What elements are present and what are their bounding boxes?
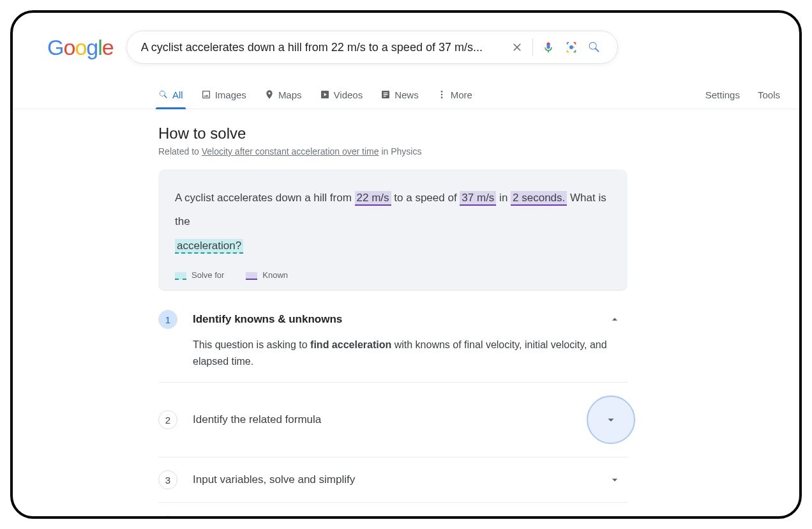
legend-known: Known [246, 270, 288, 280]
related-line: Related to Velocity after constant accel… [158, 146, 628, 157]
tab-label: More [451, 89, 472, 100]
legend: Solve for Known [175, 270, 611, 280]
known-value-initial-velocity[interactable]: 22 m/s [355, 191, 391, 206]
steps-list: 1 Identify knowns & unknowns This questi… [158, 297, 628, 516]
tab-label: Videos [334, 89, 363, 100]
image-icon [201, 89, 211, 100]
tab-label: Images [215, 89, 246, 100]
svg-point-2 [440, 91, 442, 93]
step-title: Input variables, solve and simplify [193, 473, 592, 486]
tabs-bar: All Images Maps Videos News More [13, 80, 799, 109]
legend-solvefor: Solve for [175, 270, 224, 280]
tab-label: News [395, 89, 419, 100]
play-box-icon [320, 89, 330, 100]
related-suffix: in Physics [379, 146, 422, 157]
search-divider [532, 38, 533, 56]
tab-label: Maps [278, 89, 302, 100]
device-frame: Google [10, 10, 802, 519]
tab-news[interactable]: News [380, 80, 419, 109]
google-logo[interactable]: Google [47, 35, 114, 60]
problem-frag: A cyclist accelerates down a hill from [175, 192, 355, 204]
news-icon [380, 89, 391, 100]
tools-link[interactable]: Tools [758, 89, 780, 100]
step-body-bold: find acceleration [310, 339, 391, 350]
known-value-time[interactable]: 2 seconds. [511, 191, 567, 206]
tab-images[interactable]: Images [201, 80, 246, 109]
svg-point-4 [440, 96, 442, 98]
page-root: Google [13, 13, 799, 516]
solve-for-value[interactable]: acceleration? [175, 239, 243, 254]
main-content: How to solve Related to Velocity after c… [158, 109, 628, 516]
related-prefix: Related to [158, 146, 202, 157]
step-body: This question is asking to find accelera… [193, 337, 622, 369]
svg-point-0 [569, 45, 573, 49]
problem-frag: in [496, 192, 511, 204]
step-header[interactable]: 3 Input variables, solve and simplify [158, 470, 622, 489]
svg-point-3 [440, 94, 442, 96]
svg-point-1 [573, 47, 575, 48]
step-4: 4 Check unit of measurement [158, 503, 628, 516]
step-number-badge: 1 [158, 310, 177, 329]
step-number-badge: 2 [158, 410, 177, 429]
step-number-badge: 4 [158, 516, 177, 516]
tab-maps[interactable]: Maps [264, 80, 302, 109]
step-title: Identify the related formula [193, 413, 571, 426]
problem-frag: to a speed of [391, 192, 460, 204]
tab-label: All [172, 89, 183, 100]
legend-label: Known [262, 270, 288, 280]
step-title: Identify knowns & unknowns [193, 313, 592, 326]
problem-card: A cyclist accelerates down a hill from 2… [158, 169, 628, 291]
tab-more[interactable]: More [437, 80, 472, 109]
more-vert-icon [437, 89, 447, 100]
chevron-down-icon [607, 472, 622, 487]
search-icon[interactable] [583, 36, 606, 59]
settings-link[interactable]: Settings [705, 89, 740, 100]
tab-videos[interactable]: Videos [320, 80, 363, 109]
step-header[interactable]: 2 Identify the related formula [158, 395, 622, 444]
solvefor-swatch-icon [175, 272, 186, 280]
header: Google [13, 13, 799, 64]
step-1: 1 Identify knowns & unknowns This questi… [158, 297, 628, 383]
legend-label: Solve for [192, 270, 224, 280]
step-header[interactable]: 4 Check unit of measurement [158, 516, 622, 516]
step-number-badge: 3 [158, 470, 177, 489]
search-bar[interactable] [126, 31, 618, 64]
step-3: 3 Input variables, solve and simplify [158, 457, 628, 503]
tab-all[interactable]: All [158, 80, 183, 109]
problem-text: A cyclist accelerates down a hill from 2… [175, 186, 611, 257]
search-input[interactable] [141, 41, 506, 54]
related-topic-link[interactable]: Velocity after constant acceleration ove… [202, 146, 379, 157]
how-to-solve-heading: How to solve [158, 125, 628, 142]
pin-icon [264, 89, 274, 100]
known-swatch-icon [246, 272, 257, 280]
chevron-up-icon [607, 312, 622, 327]
chevron-down-highlight-icon[interactable] [587, 395, 635, 444]
search-small-icon [158, 89, 169, 100]
step-body-frag: This question is asking to [193, 339, 310, 350]
step-header[interactable]: 1 Identify knowns & unknowns [158, 310, 622, 329]
clear-icon[interactable] [506, 36, 529, 59]
step-2: 2 Identify the related formula [158, 383, 628, 457]
known-value-final-velocity[interactable]: 37 m/s [460, 191, 496, 206]
voice-search-icon[interactable] [537, 36, 560, 59]
lens-icon[interactable] [560, 36, 583, 59]
